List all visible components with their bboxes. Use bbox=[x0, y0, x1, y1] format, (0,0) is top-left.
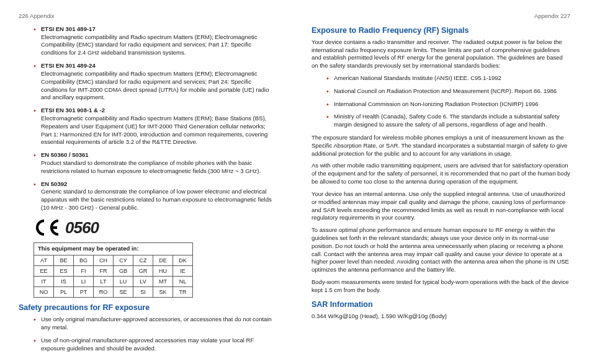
body-item: Ministry of Health (Canada), Safety Code… bbox=[326, 113, 570, 129]
safety-content: Use only original manufacturer-approved … bbox=[19, 316, 277, 352]
standard-title: EN 50392 bbox=[41, 180, 67, 187]
country-cell: SE bbox=[114, 287, 133, 298]
country-cell: BE bbox=[54, 255, 74, 265]
left-content: ETSI EN 301 489-17 Electromagnetic compa… bbox=[19, 25, 277, 298]
country-cell: FI bbox=[74, 265, 94, 276]
table-caption: This equipment may be operated in: bbox=[34, 242, 193, 255]
exposure-para: The exposure standard for wireless mobil… bbox=[312, 134, 570, 158]
standard-item: ETSI EN 301 489-24 Electromagnetic compa… bbox=[34, 62, 277, 102]
country-cell: GB bbox=[114, 265, 133, 276]
country-cell: LU bbox=[114, 277, 133, 287]
country-cell: NO bbox=[34, 287, 54, 298]
standard-title: ETSI EN 301 489-17 bbox=[41, 25, 96, 32]
exposure-para: To assure optimal phone performance and … bbox=[312, 226, 570, 274]
country-cell: SK bbox=[153, 287, 173, 298]
country-cell: SI bbox=[133, 287, 153, 298]
ce-mark: 0560 bbox=[34, 217, 277, 239]
country-cell: CY bbox=[114, 255, 133, 265]
country-cell: DK bbox=[173, 255, 193, 265]
standard-body: Electromagnetic compatibility and Radio … bbox=[41, 70, 269, 100]
standard-body: Electromagnetic compatibility and Radio … bbox=[41, 33, 257, 56]
table-row: IT IS LI LT LU LV MT NL bbox=[34, 277, 193, 287]
country-cell: LT bbox=[94, 277, 114, 287]
country-cell: HU bbox=[153, 265, 173, 276]
body-item: National Council on Radiation Protection… bbox=[326, 87, 570, 95]
standard-title: ETSI EN 301 908-1 & -2 bbox=[41, 107, 105, 113]
safety-list: Use only original manufacturer-approved … bbox=[34, 316, 277, 352]
exposure-heading: Exposure to Radio Frequency (RF) Signals bbox=[312, 25, 570, 36]
country-cell: NL bbox=[173, 277, 193, 287]
country-cell: CZ bbox=[133, 255, 153, 265]
safety-item: Use of non-original manufacturer-approve… bbox=[34, 337, 277, 353]
standard-item: ETSI EN 301 908-1 & -2 Electromagnetic c… bbox=[34, 107, 277, 146]
country-cell: PT bbox=[74, 287, 94, 298]
country-cell: GR bbox=[133, 265, 153, 276]
standard-body: Electromagnetic compatibility and Radio … bbox=[41, 115, 267, 145]
ce-number: 0560 bbox=[65, 217, 99, 239]
standard-body: Product standard to demonstrate the comp… bbox=[41, 159, 261, 174]
bodies-wrap: American National Standards Institute (A… bbox=[312, 74, 570, 129]
standards-list: ETSI EN 301 489-17 Electromagnetic compa… bbox=[34, 25, 277, 212]
standard-item: EN 50360 / 50361 Product standard to dem… bbox=[34, 151, 277, 175]
svg-rect-0 bbox=[52, 226, 57, 229]
exposure-intro: Your device contains a radio transmitter… bbox=[312, 38, 570, 70]
country-cell: DE bbox=[153, 255, 173, 265]
exposure-para: Body-worn measurements were tested for t… bbox=[312, 278, 570, 295]
country-cell: LV bbox=[133, 277, 153, 287]
safety-heading: Safety precautions for RF exposure bbox=[19, 303, 277, 313]
bodies-list: American National Standards Institute (A… bbox=[326, 74, 570, 129]
table-row: AT BE BG CH CY CZ DE DK bbox=[34, 255, 193, 265]
page-left: 226 Appendix ETSI EN 301 489-17 Electrom… bbox=[0, 0, 296, 364]
country-cell: ES bbox=[54, 265, 74, 276]
country-cell: MT bbox=[153, 277, 173, 287]
country-cell: FR bbox=[94, 265, 114, 276]
country-cell: PL bbox=[54, 287, 74, 298]
standard-item: ETSI EN 301 489-17 Electromagnetic compa… bbox=[34, 25, 277, 57]
country-cell: BG bbox=[74, 255, 94, 265]
running-head-left: 226 Appendix bbox=[19, 12, 277, 20]
country-table: This equipment may be operated in: AT BE… bbox=[34, 242, 193, 298]
body-item: American National Standards Institute (A… bbox=[326, 74, 570, 82]
country-cell: EE bbox=[34, 265, 54, 276]
standard-item: EN 50392 Generic standard to demonstrate… bbox=[34, 180, 277, 212]
country-cell: LI bbox=[74, 277, 94, 287]
sar-text: 0.344 W/Kg@10g (Head), 1.590 W/Kg@10g (B… bbox=[312, 313, 570, 321]
safety-item: Use only original manufacturer-approved … bbox=[34, 316, 277, 332]
country-cell: AT bbox=[34, 255, 54, 265]
country-cell: CH bbox=[94, 255, 114, 265]
standard-body: Generic standard to demonstrate the comp… bbox=[41, 188, 272, 211]
country-cell: IS bbox=[54, 277, 74, 287]
sar-heading: SAR Information bbox=[312, 300, 570, 310]
page-spread: 226 Appendix ETSI EN 301 489-17 Electrom… bbox=[0, 0, 592, 364]
country-cell: RO bbox=[94, 287, 114, 298]
exposure-para: Your device has an internal antenna. Use… bbox=[312, 190, 570, 222]
table-caption-row: This equipment may be operated in: bbox=[34, 242, 193, 255]
body-item: International Commission on Non-Ionizing… bbox=[326, 100, 570, 109]
exposure-para: As with other mobile radio transmitting … bbox=[312, 162, 570, 185]
standard-title: EN 50360 / 50361 bbox=[41, 151, 89, 158]
standard-title: ETSI EN 301 489-24 bbox=[41, 62, 96, 69]
table-row: NO PL PT RO SE SI SK TR bbox=[34, 287, 193, 298]
running-head-right: Appendix 227 bbox=[312, 12, 570, 20]
country-cell: IT bbox=[34, 277, 54, 287]
ce-icon bbox=[34, 219, 63, 236]
country-cell: IE bbox=[173, 265, 193, 276]
table-row: EE ES FI FR GB GR HU IE bbox=[34, 265, 193, 276]
page-right: Appendix 227 Exposure to Radio Frequency… bbox=[296, 0, 592, 364]
country-cell: TR bbox=[173, 287, 193, 298]
